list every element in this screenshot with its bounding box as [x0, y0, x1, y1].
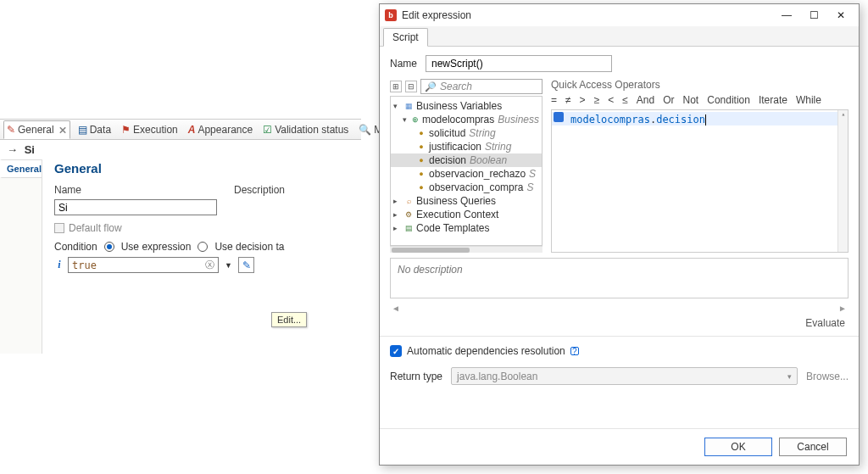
op-condition[interactable]: Condition [707, 94, 750, 106]
radio-use-expression[interactable] [104, 242, 114, 252]
templates-icon: ▤ [403, 223, 414, 233]
tree-node-field[interactable]: ● solicitudString [391, 126, 542, 140]
edit-expression-button[interactable]: ✎ [238, 257, 254, 273]
op-or[interactable]: Or [663, 94, 674, 106]
ok-button[interactable]: OK [704, 438, 772, 456]
chevron-down-icon: ▾ [787, 372, 792, 381]
search-placeholder: Search [440, 81, 472, 92]
tree-label: observacion_rechazo [429, 168, 526, 180]
tab-execution[interactable]: ⚑ Execution [119, 120, 181, 139]
op-not[interactable]: Not [683, 94, 699, 106]
edit-expression-dialog: b Edit expression — ☐ ✕ Script Name ⊞ [379, 3, 860, 466]
tree-node-modelocompras[interactable]: ▾ ⊕ modelocomprasBusiness [391, 113, 542, 126]
tree-label: solicitud [429, 127, 465, 139]
expand-all-button[interactable]: ⊞ [390, 81, 402, 92]
op-ne[interactable]: ≠ [565, 94, 571, 106]
tree-label: justificacion [429, 141, 481, 153]
gutter-marker-icon [554, 112, 564, 122]
op-gt[interactable]: > [580, 94, 586, 106]
scroll-up-icon[interactable]: ▴ [838, 110, 849, 120]
scroll-left-icon[interactable]: ◄ [390, 304, 402, 313]
tab-validation[interactable]: ☑ Validation status [260, 120, 351, 139]
tree-label: decision [429, 154, 466, 166]
help-icon[interactable]: ? [570, 347, 579, 355]
cancel-button[interactable]: Cancel [779, 438, 847, 456]
op-lt[interactable]: < [608, 94, 614, 106]
tree-type: S [529, 168, 536, 180]
condition-dropdown[interactable]: ▼ [222, 256, 235, 274]
radio-use-decision-table[interactable] [198, 242, 208, 252]
evaluate-link[interactable]: Evaluate [805, 317, 845, 329]
tree-node-field[interactable]: ● observacion_rechazoS [391, 167, 542, 181]
tree-node-execution-context[interactable]: ▸ ⚙ Execution Context [391, 208, 542, 221]
tree-node-field-selected[interactable]: ● decisionBoolean [391, 153, 542, 167]
variable-tree[interactable]: ▾ ▦ Business Variables ▾ ⊕ modelocompras… [390, 96, 542, 246]
breadcrumb: → Si [0, 140, 361, 159]
tree-type: String [485, 141, 511, 153]
tree-label: Business Variables [416, 100, 502, 112]
return-type-select[interactable]: java.lang.Boolean ▾ [451, 367, 798, 385]
script-name-input[interactable] [426, 55, 612, 72]
tree-node-field[interactable]: ● justificacionString [391, 140, 542, 153]
tab-data[interactable]: ▤ Data [75, 120, 114, 139]
op-iterate[interactable]: Iterate [759, 94, 787, 106]
tree-label: Code Templates [416, 222, 490, 234]
collapse-all-button[interactable]: ⊟ [405, 81, 417, 92]
quick-access-label: Quick Access Operators [551, 79, 849, 91]
name-input[interactable] [54, 199, 217, 215]
scroll-right-icon[interactable]: ► [837, 304, 849, 313]
close-button[interactable]: ✕ [828, 7, 854, 24]
tab-general[interactable]: ✎ General ⨯ [3, 120, 70, 139]
tree-node-field[interactable]: ● observacion_compraS [391, 181, 542, 194]
tree-node-code-templates[interactable]: ▸ ▤ Code Templates [391, 221, 542, 235]
view-tab-bar: ✎ General ⨯ ▤ Data ⚑ Execution A Appeara… [0, 120, 361, 140]
tab-appearance[interactable]: A Appearance [186, 120, 255, 139]
op-eq[interactable]: = [551, 94, 557, 106]
tab-label: Execution [133, 124, 178, 136]
op-while[interactable]: While [796, 94, 821, 106]
queries-icon: ⌕ [403, 196, 414, 206]
field-icon: ● [416, 142, 426, 152]
default-flow-checkbox[interactable]: Default flow [54, 222, 353, 234]
condition-value: true [72, 259, 97, 271]
browse-button[interactable]: Browse... [806, 371, 849, 382]
tree-type: Business [498, 114, 539, 125]
general-form: General Name Description Default flow Co [42, 159, 361, 354]
field-icon: ● [416, 155, 426, 165]
editor-hscrollbar[interactable]: ◄ ► [390, 302, 849, 314]
condition-input[interactable]: true ⓧ [68, 257, 219, 273]
checkbox-icon [54, 223, 64, 233]
auto-dependencies-label: Automatic dependencies resolution [407, 345, 565, 357]
tab-script[interactable]: Script [383, 28, 428, 47]
section-title: General [54, 161, 353, 176]
op-le[interactable]: ≤ [622, 94, 628, 106]
tree-label: modelocompras [422, 114, 494, 125]
tree-scrollbar[interactable] [390, 246, 542, 253]
side-tab-general[interactable]: General [0, 159, 42, 178]
auto-dependencies-checkbox[interactable]: ✓ [390, 345, 402, 357]
editor-vscrollbar[interactable]: ▴ [837, 110, 848, 252]
field-icon: ● [416, 182, 426, 192]
minimize-button[interactable]: — [774, 7, 799, 24]
maximize-button[interactable]: ☐ [801, 7, 826, 24]
tree-node-business-queries[interactable]: ▸ ⌕ Business Queries [391, 194, 542, 208]
info-icon: i [54, 260, 64, 270]
tab-label: Data [90, 124, 111, 136]
code-token-var: modelocompras [570, 114, 650, 125]
clear-icon[interactable]: ⓧ [205, 259, 214, 271]
tree-search-input[interactable]: 🔎 Search [420, 79, 542, 94]
properties-view: ✎ General ⨯ ▤ Data ⚑ Execution A Appeara… [0, 119, 361, 356]
script-editor[interactable]: modelocompras.decision ▴ [551, 109, 849, 253]
dialog-tabs: Script [380, 26, 859, 47]
database-icon: ▦ [403, 101, 414, 111]
radio-label: Use expression [121, 241, 192, 253]
tree-node-business-variables[interactable]: ▾ ▦ Business Variables [391, 99, 542, 113]
tree-label: Execution Context [416, 209, 498, 220]
tree-label: Business Queries [416, 195, 496, 207]
op-and[interactable]: And [637, 94, 654, 106]
check-icon: ☑ [263, 124, 272, 136]
breadcrumb-label: Si [25, 143, 35, 156]
object-icon: ⊕ [411, 114, 420, 125]
op-ge[interactable]: ≥ [594, 94, 600, 106]
close-icon[interactable]: ⨯ [58, 124, 67, 136]
